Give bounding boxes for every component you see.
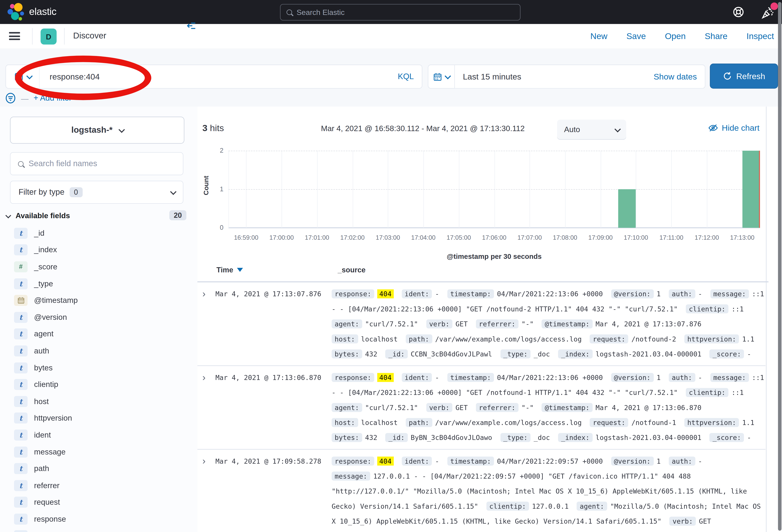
field-badge: @version:: [611, 456, 653, 465]
expand-doc-icon[interactable]: ›: [198, 454, 215, 468]
sidebar-field-_score[interactable]: #_score: [0, 258, 198, 275]
field-badge: verb:: [426, 403, 453, 412]
field-name: host: [34, 397, 49, 406]
string-type-icon: t: [14, 329, 28, 340]
field-badge: @timestamp:: [542, 319, 593, 328]
number-type-icon: #: [14, 261, 28, 272]
field-name: @timestamp: [34, 296, 78, 305]
interval-select[interactable]: Auto: [557, 120, 626, 140]
sidebar-field-message[interactable]: tmessage: [0, 443, 198, 460]
string-type-icon: t: [14, 312, 28, 323]
x-tick-label: 17:10:00: [624, 234, 648, 241]
filter-by-type-select[interactable]: Filter by type 0: [10, 181, 183, 204]
histogram-chart[interactable]: [228, 151, 760, 228]
help-icon[interactable]: [732, 6, 744, 18]
page-title: Discover: [73, 31, 106, 41]
field-badge: message:: [710, 373, 749, 382]
menu-icon[interactable]: [9, 32, 20, 40]
doc-table-body: ›Mar 4, 2021 @ 17:13:07.876response:404 …: [198, 282, 766, 532]
discover-app-icon[interactable]: D: [41, 29, 57, 44]
sidebar-field-response[interactable]: tresponse: [0, 511, 198, 527]
hide-chart-button[interactable]: Hide chart: [708, 123, 759, 133]
field-badge: _id:: [385, 349, 408, 358]
global-search-input[interactable]: Search Elastic: [280, 4, 521, 21]
filter-icon[interactable]: [5, 93, 16, 104]
sidebar-field-_id[interactable]: t_id: [0, 225, 198, 241]
new-button[interactable]: New: [591, 32, 607, 41]
page-scrollbar[interactable]: [778, 2, 781, 531]
sidebar-field-path[interactable]: tpath: [0, 460, 198, 477]
sidebar-field-_index[interactable]: t_index: [0, 242, 198, 258]
discover-main: 3 hits Mar 4, 2021 @ 16:58:30.112 - Mar …: [198, 107, 769, 532]
query-input[interactable]: response:404: [39, 72, 398, 81]
field-name: message: [34, 447, 66, 456]
date-picker-button[interactable]: [428, 65, 455, 89]
elastic-logo-icon[interactable]: [7, 3, 25, 21]
expand-doc-icon[interactable]: ›: [198, 370, 215, 385]
field-badge: response:: [331, 289, 374, 298]
show-dates-button[interactable]: Show dates: [653, 72, 705, 81]
sidebar-field-@version[interactable]: t@version: [0, 309, 198, 326]
field-badge: agent:: [331, 319, 362, 328]
field-badge: host:: [331, 334, 358, 343]
chevron-down-icon[interactable]: [5, 213, 11, 218]
sidebar-field-bytes[interactable]: tbytes: [0, 359, 198, 376]
x-tick-label: 17:08:00: [553, 234, 577, 241]
time-column-header[interactable]: Time: [216, 266, 243, 274]
histogram-bar-17:13:00[interactable]: [742, 151, 760, 228]
expand-doc-icon[interactable]: ›: [198, 286, 215, 301]
fields-sidebar: logstash-* Search field names Filter by …: [0, 107, 198, 532]
x-axis-ticks: 16:59:0017:00:0017:01:0017:02:0017:03:00…: [228, 234, 760, 244]
index-pattern-select[interactable]: logstash-*: [10, 117, 184, 144]
saved-query-menu-button[interactable]: [6, 65, 39, 88]
time-range-value[interactable]: Last 15 minutes: [455, 72, 653, 81]
sidebar-field-request[interactable]: trequest: [0, 494, 198, 511]
sidebar-field-agent[interactable]: tagent: [0, 326, 198, 343]
refresh-button[interactable]: Refresh: [710, 64, 778, 89]
doc-source: response:404 ident:- timestamp:04/Mar/20…: [331, 370, 766, 445]
sidebar-field-host[interactable]: thost: [0, 393, 198, 410]
sidebar-field-referrer[interactable]: treferrer: [0, 477, 198, 494]
field-badge: agent:: [331, 403, 362, 412]
string-type-icon: t: [14, 497, 28, 508]
sidebar-field-ident[interactable]: tident: [0, 427, 198, 443]
global-search-placeholder: Search Elastic: [296, 8, 345, 16]
inspect-button[interactable]: Inspect: [747, 32, 774, 41]
highlighted-value: 404: [377, 289, 393, 298]
chart-time-range: Mar 4, 2021 @ 16:58:30.112 - Mar 4, 2021…: [283, 124, 563, 133]
field-name: bytes: [34, 363, 52, 372]
open-button[interactable]: Open: [665, 32, 686, 41]
field-search-input[interactable]: Search field names: [10, 152, 183, 175]
doc-table-header: Time _source: [198, 266, 769, 282]
time-range-control: Last 15 minutes Show dates: [455, 65, 705, 89]
sidebar-field-clientip[interactable]: tclientip: [0, 376, 198, 393]
string-type-icon: t: [14, 396, 28, 407]
field-badge: response:: [331, 456, 374, 465]
divider: [766, 107, 767, 532]
sidebar-field-@timestamp[interactable]: @timestamp: [0, 292, 198, 309]
field-badge: _index:: [558, 349, 593, 358]
share-button[interactable]: Share: [705, 32, 727, 41]
field-badge: message:: [331, 471, 370, 481]
field-badge: _type:: [500, 433, 531, 442]
histogram-bar-17:09:30[interactable]: [618, 189, 636, 228]
field-name: _type: [34, 279, 53, 288]
field-badge: _index:: [558, 433, 593, 442]
field-badge: clientip:: [486, 502, 529, 511]
field-name: response: [34, 515, 66, 524]
sidebar-field-_type[interactable]: t_type: [0, 275, 198, 292]
doc-table-row: ›Mar 4, 2021 @ 17:13:06.870response:404 …: [198, 366, 766, 450]
sidebar-field-auth[interactable]: tauth: [0, 343, 198, 359]
query-language-button[interactable]: KQL: [398, 72, 422, 81]
doc-source: response:404 ident:- timestamp:04/Mar/20…: [331, 454, 766, 529]
field-badge: @version:: [611, 373, 653, 382]
field-badge: httpversion:: [684, 418, 739, 427]
add-filter-button[interactable]: + Add filter: [34, 93, 72, 103]
sidebar-field-httpversion[interactable]: thttpversion: [0, 410, 198, 427]
field-badge: request:: [590, 418, 629, 427]
sidebar-field-timestamp[interactable]: ttimestamp: [0, 527, 198, 532]
field-badge: referrer:: [476, 319, 519, 328]
save-button[interactable]: Save: [627, 32, 646, 41]
collapse-sidebar-icon[interactable]: [186, 21, 196, 31]
field-badge: verb:: [670, 517, 696, 526]
